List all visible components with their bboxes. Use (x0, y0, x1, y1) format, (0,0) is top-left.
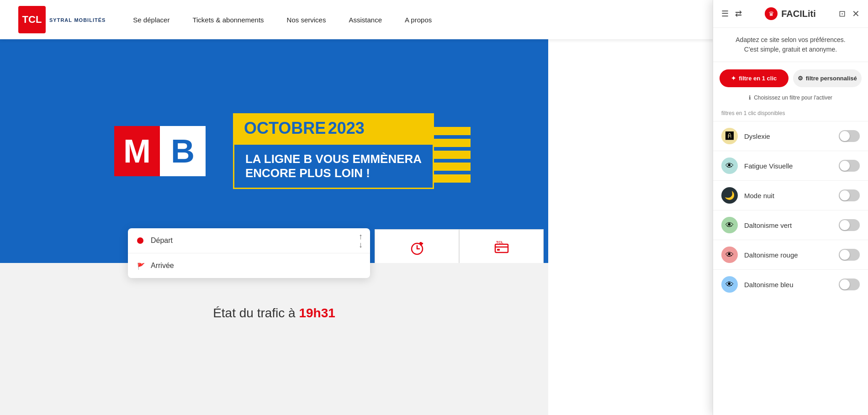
faciliti-sync-button[interactable]: ⇄ (735, 9, 742, 19)
hero-text-block: OCTOBRE 2023 LA LIGNE B VOUS EMMÈNERA EN… (233, 113, 434, 189)
daltonisme-rouge-icon: 👁 (721, 247, 738, 263)
filtre-1clic-button[interactable]: ✦ filtre en 1 clic (720, 69, 789, 87)
filtre-perso-button[interactable]: ⚙ filtre personnalisé (793, 69, 862, 87)
yellow-line-3 (434, 151, 471, 159)
daltonisme-vert-toggle[interactable] (839, 219, 860, 231)
nav-assistance[interactable]: Assistance (349, 16, 382, 24)
svg-rect-2 (495, 244, 508, 252)
gray-section (0, 263, 548, 415)
fatigue-visuelle-icon: 👁 (721, 158, 738, 174)
mb-logo: M B (114, 126, 206, 176)
faciliti-subtitle: Adaptez ce site selon vos préférences. C… (713, 28, 868, 62)
dyslexie-icon: 🅰 (721, 128, 738, 144)
daltonisme-rouge-label: Daltonisme rouge (744, 251, 839, 259)
daltonisme-rouge-toggle[interactable] (839, 249, 860, 261)
faciliti-panel: ☰ ⇄ ♛ FACILiti ⊡ ✕ Adaptez ce site selon… (713, 0, 868, 415)
faciliti-header-icons: ☰ ⇄ (721, 9, 742, 19)
depart-row[interactable]: Départ ↑ ↓ (128, 228, 370, 253)
svg-text:TCL: TCL (496, 240, 503, 244)
faciliti-menu-button[interactable]: ☰ (721, 9, 729, 19)
horaires-icon (408, 239, 426, 261)
dyslexie-toggle[interactable] (839, 130, 860, 142)
nav-a-propos[interactable]: A propos (405, 16, 432, 24)
depart-dot (137, 237, 143, 244)
yellow-lines-decoration (434, 127, 471, 183)
daltonisme-bleu-toggle[interactable] (839, 278, 860, 290)
mb-b-block: B (160, 126, 206, 176)
filter-daltonisme-rouge: 👁 Daltonisme rouge (713, 240, 868, 269)
choisir-filtre-hint: ℹ Choisissez un filtre pour l'activer (713, 95, 868, 107)
filter-daltonisme-vert: 👁 Daltonisme vert (713, 210, 868, 240)
filtre-1clic-icon: ✦ (731, 75, 736, 82)
mode-nuit-icon: 🌙 (721, 187, 738, 204)
daltonisme-vert-icon: 👁 (721, 217, 738, 233)
fatigue-visuelle-toggle[interactable] (839, 160, 860, 172)
traffic-label: État du trafic à (213, 306, 299, 320)
faciliti-title: FACILiti (781, 9, 816, 19)
filter-mode-nuit: 🌙 Mode nuit (713, 180, 868, 210)
main-nav: Se déplacer Tickets & abonnements Nos se… (133, 16, 795, 24)
hero-content: M B OCTOBRE 2023 LA LIGNE B VOUS EMMÈNER… (114, 113, 434, 189)
logo-box: TCL (18, 6, 46, 33)
faciliti-right-icons: ⊡ ✕ (839, 8, 860, 19)
faciliti-buttons: ✦ filtre en 1 clic ⚙ filtre personnalisé (713, 62, 868, 95)
faciliti-crown-icon: ♛ (765, 7, 778, 20)
swap-up-icon: ↑ (359, 232, 363, 241)
fatigue-visuelle-label: Fatigue Visuelle (744, 162, 839, 170)
traffic-status: État du trafic à 19h31 (0, 306, 548, 320)
mode-nuit-label: Mode nuit (744, 192, 839, 200)
yellow-line-1 (434, 127, 471, 135)
info-icon: ℹ (749, 95, 751, 101)
nav-tickets[interactable]: Tickets & abonnements (192, 16, 264, 24)
arrivee-flag-icon: 🚩 (137, 263, 143, 269)
swap-button[interactable]: ↑ ↓ (359, 232, 363, 249)
faciliti-close-button[interactable]: ✕ (852, 8, 860, 19)
logo-area: TCL SYTRAL MOBILITÉS (18, 6, 106, 33)
oct-banner: OCTOBRE 2023 (233, 113, 434, 143)
yellow-line-5 (434, 174, 471, 183)
logo-text: TCL (22, 14, 42, 26)
filtres-disponibles-label: filtres en 1 clic disponibles (713, 107, 868, 121)
filter-fatigue-visuelle: 👁 Fatigue Visuelle (713, 151, 868, 180)
dyslexie-label: Dyslexie (744, 132, 839, 140)
mode-nuit-toggle[interactable] (839, 189, 860, 201)
arrivee-row[interactable]: 🚩 Arrivée (128, 253, 370, 278)
traffic-time: 19h31 (299, 306, 335, 320)
filter-dyslexie: 🅰 Dyslexie (713, 121, 868, 151)
depart-label: Départ (151, 236, 361, 245)
daltonisme-bleu-icon: 👁 (721, 276, 738, 293)
swap-down-icon: ↓ (359, 241, 363, 249)
svg-point-1 (419, 242, 422, 245)
faciliti-logo-area: ♛ FACILiti (765, 7, 816, 20)
filter-daltonisme-bleu: 👁 Daltonisme bleu (713, 269, 868, 299)
faciliti-header: ☰ ⇄ ♛ FACILiti ⊡ ✕ (713, 0, 868, 28)
yellow-line-2 (434, 139, 471, 147)
svg-rect-3 (497, 249, 500, 251)
nav-se-deplacer[interactable]: Se déplacer (133, 16, 169, 24)
faciliti-screen-button[interactable]: ⊡ (839, 9, 846, 19)
nav-nos-services[interactable]: Nos services (287, 16, 326, 24)
yellow-line-4 (434, 163, 471, 171)
brand-name: SYTRAL MOBILITÉS (49, 16, 106, 24)
tarifs-icon: TCL (492, 239, 511, 261)
daltonisme-bleu-label: Daltonisme bleu (744, 281, 839, 289)
daltonisme-vert-label: Daltonisme vert (744, 221, 839, 229)
arrivee-label: Arrivée (151, 262, 361, 270)
filtre-perso-icon: ⚙ (798, 75, 803, 82)
mb-m-block: M (114, 126, 160, 176)
search-panel: Départ ↑ ↓ 🚩 Arrivée (128, 228, 370, 278)
ligne-b-banner: LA LIGNE B VOUS EMMÈNERA ENCORE PLUS LOI… (233, 143, 434, 189)
